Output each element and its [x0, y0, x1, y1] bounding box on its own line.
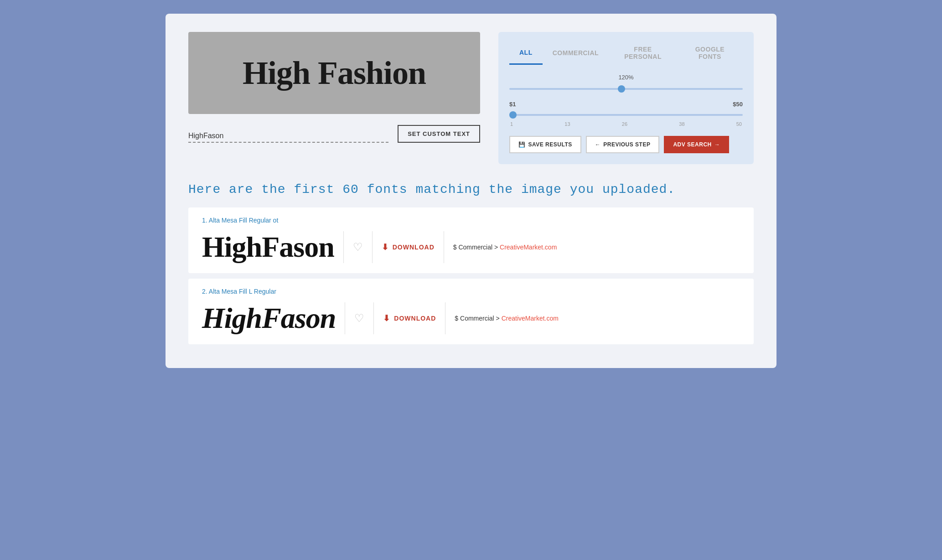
font-preview-text: High Fashion	[243, 54, 426, 92]
commercial-url-2[interactable]: CreativeMarket.com	[502, 315, 559, 322]
font-sample-1: HighFason	[202, 230, 334, 264]
filter-tabs: ALL COMMERCIAL FREE PERSONAL GOOGLE FONT…	[509, 41, 743, 65]
save-results-button[interactable]: 💾 SAVE RESULTS	[509, 136, 581, 153]
tab-commercial[interactable]: COMMERCIAL	[543, 41, 609, 65]
divider-1a	[343, 231, 344, 263]
tab-google-fonts[interactable]: GOOGLE FONTS	[677, 41, 743, 65]
top-section: High Fashion SET CUSTOM TEXT ALL COMMERC…	[188, 32, 754, 164]
custom-text-input[interactable]	[188, 130, 388, 143]
font-rank-1: 1.	[202, 217, 209, 224]
commercial-text-1: $ Commercial >	[453, 244, 498, 251]
font-results-list: 1. Alta Mesa Fill Regular ot HighFason ♡…	[188, 207, 754, 344]
right-panel: ALL COMMERCIAL FREE PERSONAL GOOGLE FONT…	[498, 32, 754, 164]
font-sample-2: HighFason	[202, 301, 336, 335]
download-button-1[interactable]: ⬇ DOWNLOAD	[382, 242, 435, 252]
font-card-1: 1. Alta Mesa Fill Regular ot HighFason ♡…	[188, 207, 754, 273]
commercial-link-2: $ Commercial > CreativeMarket.com	[455, 315, 559, 322]
save-results-label: SAVE RESULTS	[528, 141, 572, 148]
price-slider-section: $1 $50 1 13 26 38 50	[509, 101, 743, 127]
download-button-2[interactable]: ⬇ DOWNLOAD	[383, 313, 436, 323]
adv-search-label: ADV SEARCH	[673, 141, 711, 148]
save-icon: 💾	[518, 141, 526, 148]
tick-1: 1	[510, 121, 513, 127]
favorite-icon-2[interactable]: ♡	[354, 312, 364, 325]
commercial-link-1: $ Commercial > CreativeMarket.com	[453, 244, 557, 251]
commercial-url-1[interactable]: CreativeMarket.com	[500, 244, 557, 251]
price-min-label: $1	[509, 101, 516, 108]
tick-38: 38	[679, 121, 684, 127]
tick-26: 26	[622, 121, 627, 127]
left-panel: High Fashion SET CUSTOM TEXT	[188, 32, 480, 164]
font-preview-box: High Fashion	[188, 32, 480, 114]
font-rank-2: 2.	[202, 288, 209, 295]
tick-labels: 1 13 26 38 50	[509, 121, 743, 127]
download-label-1: DOWNLOAD	[393, 244, 435, 251]
tick-13: 13	[564, 121, 570, 127]
divider-1c	[444, 231, 444, 263]
price-row: $1 $50	[509, 101, 743, 108]
price-slider[interactable]	[509, 114, 743, 116]
adv-search-button[interactable]: ADV SEARCH →	[664, 136, 729, 153]
similarity-label: 120%	[509, 74, 743, 81]
tab-free-personal[interactable]: FREE PERSONAL	[609, 41, 677, 65]
font-name-1: Alta Mesa Fill Regular ot	[209, 217, 279, 224]
results-heading: Here are the first 60 fonts matching the…	[188, 182, 754, 197]
favorite-icon-1[interactable]: ♡	[353, 241, 363, 254]
font-card-2: 2. Alta Mesa Fill L Regular HighFason ♡ …	[188, 279, 754, 344]
price-max-label: $50	[733, 101, 743, 108]
similarity-slider[interactable]	[509, 88, 743, 90]
font-card-1-header: 1. Alta Mesa Fill Regular ot	[202, 217, 740, 224]
arrow-left-icon: ←	[595, 141, 601, 148]
arrow-right-icon: →	[714, 141, 720, 148]
set-custom-text-button[interactable]: SET CUSTOM TEXT	[398, 125, 480, 143]
similarity-slider-wrapper	[509, 83, 743, 92]
tick-50: 50	[736, 121, 742, 127]
divider-2c	[445, 302, 445, 334]
divider-1b	[372, 231, 373, 263]
font-card-2-header: 2. Alta Mesa Fill L Regular	[202, 288, 740, 295]
commercial-text-2: $ Commercial >	[455, 315, 499, 322]
font-actions-1: ♡ ⬇ DOWNLOAD $ Commercial > CreativeMark…	[353, 231, 740, 263]
font-name-2: Alta Mesa Fill L Regular	[209, 288, 276, 295]
action-buttons: 💾 SAVE RESULTS ← PREVIOUS STEP ADV SEARC…	[509, 136, 743, 153]
font-card-2-body: HighFason ♡ ⬇ DOWNLOAD $ Commercial > Cr…	[202, 301, 740, 335]
previous-step-label: PREVIOUS STEP	[603, 141, 650, 148]
divider-2a	[345, 302, 345, 334]
price-slider-wrapper	[509, 109, 743, 118]
download-icon-1: ⬇	[382, 242, 389, 252]
divider-2b	[373, 302, 374, 334]
download-icon-2: ⬇	[383, 313, 390, 323]
previous-step-button[interactable]: ← PREVIOUS STEP	[586, 136, 660, 153]
tab-all[interactable]: ALL	[509, 41, 543, 65]
download-label-2: DOWNLOAD	[394, 315, 436, 322]
font-card-1-body: HighFason ♡ ⬇ DOWNLOAD $ Commercial > Cr…	[202, 230, 740, 264]
text-input-row: SET CUSTOM TEXT	[188, 125, 480, 143]
similarity-slider-section: 120%	[509, 74, 743, 92]
font-actions-2: ♡ ⬇ DOWNLOAD $ Commercial > CreativeMark…	[354, 302, 740, 334]
main-card: High Fashion SET CUSTOM TEXT ALL COMMERC…	[166, 14, 776, 368]
